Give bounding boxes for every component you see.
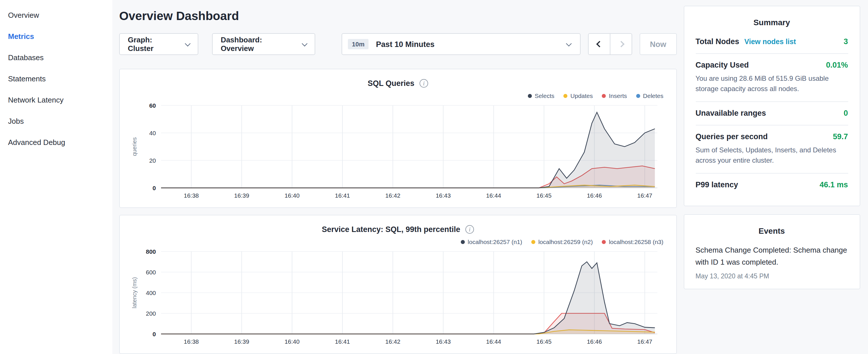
svg-text:16:47: 16:47	[637, 338, 652, 345]
service-latency-card: Service Latency: SQL, 99th percentile i …	[119, 215, 677, 354]
sidebar-item-jobs[interactable]: Jobs	[0, 110, 112, 132]
svg-text:200: 200	[146, 310, 156, 317]
svg-text:16:45: 16:45	[536, 338, 552, 345]
series-dot-icon	[528, 94, 532, 98]
sql-queries-chart: 16:3816:3916:4016:4116:4216:4316:4416:45…	[129, 101, 666, 203]
legend-item: Inserts	[602, 92, 627, 99]
info-icon[interactable]: i	[420, 79, 428, 87]
svg-text:400: 400	[146, 290, 156, 296]
series-dot-icon	[636, 94, 640, 98]
chevron-down-icon	[185, 40, 191, 46]
svg-text:16:47: 16:47	[637, 192, 652, 199]
sidebar-item-statements[interactable]: Statements	[0, 68, 112, 89]
svg-text:latency (ms): latency (ms)	[131, 277, 137, 309]
legend-item: localhost:26257 (n1)	[461, 238, 522, 245]
legend-item: localhost:26259 (n2)	[531, 238, 593, 245]
summary-row-queries-per-second: Queries per second 59.7 Sum of Selects, …	[695, 125, 848, 173]
svg-text:16:46: 16:46	[587, 338, 602, 345]
sidebar-item-overview[interactable]: Overview	[0, 5, 112, 26]
queries-per-second-value: 59.7	[833, 132, 848, 141]
total-nodes-value: 3	[844, 37, 848, 46]
legend-item: Updates	[564, 92, 593, 99]
capacity-used-description: You are using 28.6 MiB of 515.9 GiB usab…	[695, 73, 848, 94]
summary-panel: Summary Total Nodes View nodes list 3 Ca…	[683, 6, 860, 206]
svg-text:20: 20	[149, 157, 156, 164]
svg-text:600: 600	[146, 269, 156, 276]
svg-text:16:40: 16:40	[284, 338, 300, 345]
left-nav: Overview Metrics Databases Statements Ne…	[0, 0, 112, 354]
service-latency-chart: 16:3816:3916:4016:4116:4216:4316:4416:45…	[129, 247, 666, 349]
svg-text:16:45: 16:45	[536, 192, 552, 199]
series-dot-icon	[461, 240, 465, 244]
svg-text:60: 60	[149, 102, 156, 109]
svg-text:16:39: 16:39	[234, 338, 249, 345]
graph-scope-label: Graph: Cluster	[128, 35, 179, 53]
svg-text:16:43: 16:43	[436, 338, 451, 345]
dashboard-toolbar: Graph: Cluster Dashboard: Overview 10m P…	[119, 33, 677, 55]
sidebar-item-advanced-debug[interactable]: Advanced Debug	[0, 132, 112, 153]
sql-queries-card: SQL Queries i Selects Updates Inserts De…	[119, 69, 677, 208]
svg-text:16:44: 16:44	[486, 338, 501, 345]
summary-row-unavailable-ranges: Unavailable ranges 0	[695, 102, 848, 125]
svg-text:16:43: 16:43	[436, 192, 451, 199]
time-range-dropdown[interactable]: 10m Past 10 Minutes	[342, 33, 581, 55]
dashboard-dropdown[interactable]: Dashboard: Overview	[212, 33, 315, 55]
svg-text:queries: queries	[131, 137, 137, 156]
chart-legend: Selects Updates Inserts Deletes	[129, 92, 663, 100]
view-nodes-list-link[interactable]: View nodes list	[744, 38, 796, 46]
legend-item: Deletes	[636, 92, 663, 99]
summary-row-capacity-used: Capacity Used 0.01% You are using 28.6 M…	[695, 54, 848, 102]
chevron-right-icon	[618, 41, 624, 47]
page-title: Overview Dashboard	[119, 9, 677, 23]
legend-item: Selects	[528, 92, 555, 99]
svg-text:800: 800	[146, 248, 156, 255]
svg-text:16:42: 16:42	[385, 338, 401, 345]
chart-legend: localhost:26257 (n1) localhost:26259 (n2…	[129, 238, 663, 246]
svg-text:16:44: 16:44	[486, 192, 501, 199]
chevron-down-icon	[566, 40, 572, 46]
event-timestamp: May 13, 2020 at 4:45 PM	[695, 272, 848, 279]
series-dot-icon	[564, 94, 568, 98]
svg-text:16:39: 16:39	[234, 192, 249, 199]
chevron-left-icon	[596, 41, 602, 47]
p99-latency-value: 46.1 ms	[819, 181, 848, 189]
now-button[interactable]: Now	[640, 33, 677, 55]
main-content: Overview Dashboard Graph: Cluster Dashbo…	[112, 0, 683, 354]
svg-text:16:40: 16:40	[284, 192, 300, 199]
time-step-buttons	[588, 33, 632, 55]
sidebar-item-network-latency[interactable]: Network Latency	[0, 89, 112, 110]
series-dot-icon	[602, 240, 606, 244]
time-forward-button[interactable]	[610, 33, 632, 55]
app-root: Overview Metrics Databases Statements Ne…	[0, 0, 868, 354]
info-icon[interactable]: i	[465, 225, 474, 233]
unavailable-ranges-value: 0	[844, 109, 848, 118]
sidebar-item-metrics[interactable]: Metrics	[0, 26, 112, 47]
svg-text:16:41: 16:41	[335, 192, 350, 199]
graph-scope-dropdown[interactable]: Graph: Cluster	[119, 33, 198, 55]
sidebar-item-databases[interactable]: Databases	[0, 47, 112, 68]
series-dot-icon	[602, 94, 606, 98]
svg-text:16:38: 16:38	[184, 192, 199, 199]
series-dot-icon	[531, 240, 535, 244]
svg-text:16:41: 16:41	[335, 338, 350, 345]
summary-title: Summary	[695, 15, 848, 30]
time-range-label: Past 10 Minutes	[376, 40, 434, 49]
time-back-button[interactable]	[588, 33, 610, 55]
svg-text:16:38: 16:38	[184, 338, 199, 345]
summary-row-total-nodes: Total Nodes View nodes list 3	[695, 30, 848, 54]
svg-text:0: 0	[152, 331, 156, 337]
capacity-used-value: 0.01%	[826, 61, 848, 69]
svg-text:16:42: 16:42	[385, 192, 401, 199]
chart-title: Service Latency: SQL, 99th percentile	[322, 225, 460, 233]
dashboard-label: Dashboard: Overview	[221, 35, 296, 53]
events-panel: Events Schema Change Completed: Schema c…	[683, 214, 860, 289]
event-item[interactable]: Schema Change Completed: Schema change w…	[695, 245, 848, 279]
svg-text:40: 40	[149, 130, 156, 136]
svg-text:0: 0	[152, 185, 156, 191]
summary-row-p99-latency: P99 latency 46.1 ms	[695, 173, 848, 196]
queries-per-second-description: Sum of Selects, Updates, Inserts, and De…	[695, 145, 848, 165]
svg-text:16:46: 16:46	[587, 192, 602, 199]
time-range-badge: 10m	[348, 39, 369, 49]
legend-item: localhost:26258 (n3)	[602, 238, 663, 245]
events-title: Events	[695, 224, 848, 239]
